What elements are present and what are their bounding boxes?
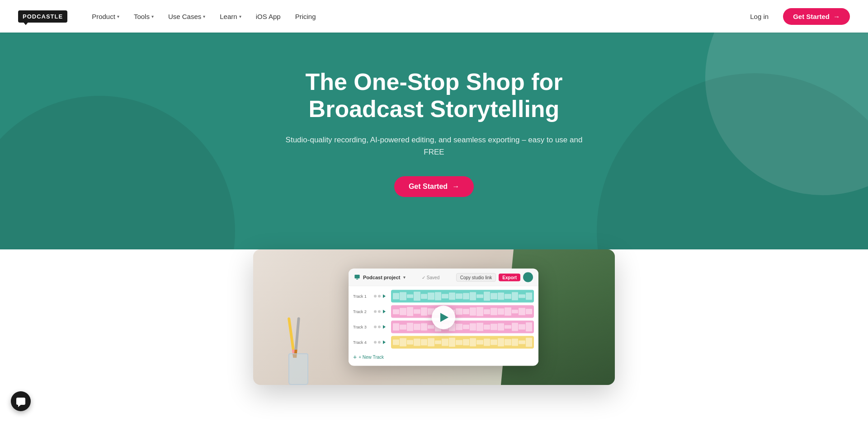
track-4-label: Track 4	[353, 340, 370, 345]
hero-cta-button[interactable]: Get Started →	[394, 176, 474, 197]
track-4-controls	[374, 341, 386, 344]
daw-track-4: Track 4	[353, 336, 534, 349]
login-button[interactable]: Log in	[743, 9, 776, 24]
nav-use-cases[interactable]: Use Cases ▾	[162, 9, 212, 24]
waveform-bars	[391, 305, 534, 318]
hero-subtitle: Studio-quality recording, AI-powered edi…	[280, 134, 588, 158]
daw-titlebar: Podcast project ▾ ✓ Saved Copy studio li…	[349, 269, 538, 286]
track-solo-icon[interactable]	[378, 326, 381, 328]
track-solo-icon[interactable]	[378, 341, 381, 344]
track-2-label: Track 2	[353, 309, 370, 314]
hero-title: The One-Stop Shop for Broadcast Storytel…	[280, 69, 588, 123]
play-button[interactable]	[432, 305, 455, 329]
get-started-nav-button[interactable]: Get Started →	[783, 8, 850, 25]
hero-content: The One-Stop Shop for Broadcast Storytel…	[280, 69, 588, 197]
bottom-section	[0, 412, 868, 422]
learn-chevron-icon: ▾	[239, 14, 241, 19]
daw-action-buttons: Copy studio link Export	[456, 272, 533, 282]
tools-chevron-icon: ▾	[151, 14, 154, 19]
waveform-bars	[391, 336, 534, 349]
use-cases-chevron-icon: ▾	[203, 14, 205, 19]
chat-widget-button[interactable]	[11, 391, 31, 411]
waveform-bars	[391, 290, 534, 303]
track-mute-icon[interactable]	[374, 341, 377, 344]
track-play-icon[interactable]	[383, 325, 386, 329]
pencil-holder-decoration	[280, 313, 316, 385]
nav-links: Product ▾ Tools ▾ Use Cases ▾ Learn ▾ iO…	[85, 9, 743, 24]
navbar: PODCASTLE Product ▾ Tools ▾ Use Cases ▾ …	[0, 0, 868, 33]
track-4-waveform	[391, 336, 534, 349]
track-solo-icon[interactable]	[378, 295, 381, 298]
export-button[interactable]: Export	[499, 273, 520, 281]
track-solo-icon[interactable]	[378, 310, 381, 313]
podcastle-mini-icon	[354, 274, 360, 281]
track-mute-icon[interactable]	[374, 310, 377, 313]
nav-product[interactable]: Product ▾	[85, 9, 126, 24]
svg-rect-0	[354, 275, 359, 278]
track-2-controls	[374, 310, 386, 314]
nav-ios-app[interactable]: iOS App	[250, 9, 287, 24]
user-avatar	[523, 272, 533, 282]
hero-circle-decoration	[597, 73, 868, 277]
track-3-controls	[374, 325, 386, 329]
daw-window: Podcast project ▾ ✓ Saved Copy studio li…	[349, 269, 538, 366]
glass-decoration	[288, 353, 308, 385]
product-demo-card: Podcast project ▾ ✓ Saved Copy studio li…	[253, 249, 615, 385]
daw-project-title: Podcast project ▾	[354, 274, 406, 281]
track-2-waveform	[391, 305, 534, 318]
hero-section: The One-Stop Shop for Broadcast Storytel…	[0, 33, 868, 277]
track-mute-icon[interactable]	[374, 326, 377, 328]
track-1-controls	[374, 295, 386, 298]
nav-pricing[interactable]: Pricing	[289, 9, 322, 24]
plus-icon: +	[353, 353, 357, 361]
track-mute-icon[interactable]	[374, 295, 377, 298]
dropdown-arrow-icon: ▾	[403, 275, 406, 280]
daw-track-1: Track 1	[353, 290, 534, 303]
copy-studio-link-button[interactable]: Copy studio link	[456, 273, 496, 281]
chat-icon	[16, 398, 25, 405]
track-play-icon[interactable]	[383, 295, 386, 298]
play-triangle-icon	[440, 313, 448, 322]
pencil2-decoration	[294, 317, 300, 358]
nav-learn[interactable]: Learn ▾	[213, 9, 247, 24]
nav-tools[interactable]: Tools ▾	[127, 9, 160, 24]
daw-saved-status: ✓ Saved	[422, 275, 439, 280]
waveform-bars	[391, 321, 534, 333]
track-1-label: Track 1	[353, 294, 370, 299]
track-play-icon[interactable]	[383, 310, 386, 314]
track-3-label: Track 3	[353, 325, 370, 329]
product-chevron-icon: ▾	[117, 14, 119, 19]
video-section: Podcast project ▾ ✓ Saved Copy studio li…	[0, 249, 868, 412]
track-play-icon[interactable]	[383, 341, 386, 344]
track-1-waveform	[391, 290, 534, 303]
logo-text: PODCASTLE	[18, 10, 67, 23]
logo[interactable]: PODCASTLE	[18, 10, 67, 23]
nav-actions: Log in Get Started →	[743, 8, 850, 25]
new-track-button[interactable]: + + New Track	[353, 352, 534, 362]
track-3-waveform	[391, 321, 534, 333]
